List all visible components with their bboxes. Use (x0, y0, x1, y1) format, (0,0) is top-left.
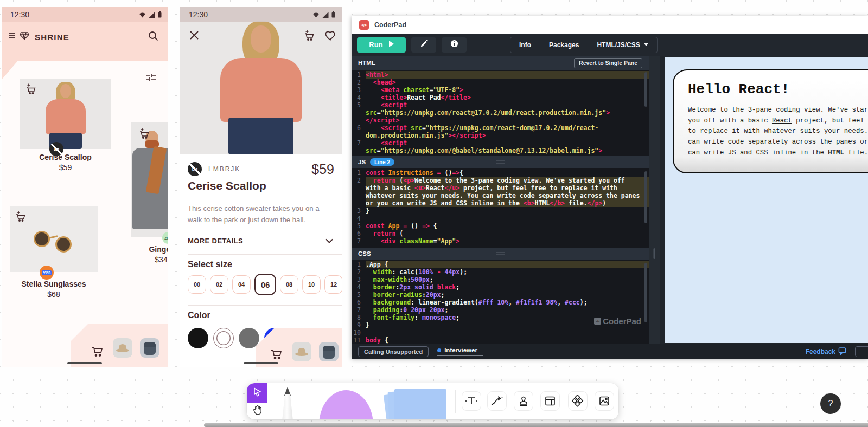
cart-icon[interactable] (91, 345, 104, 360)
connector-tool-button[interactable] (487, 391, 507, 411)
scrollbar-thumb[interactable] (644, 171, 647, 223)
revert-single-pane-button[interactable]: Revert to Single Pane (574, 58, 642, 68)
cursor-icon (253, 387, 261, 399)
product-grid: LM Cerise Scallop $59 ZGU Ginger $34 (2, 61, 168, 367)
product-name: Ginger (131, 245, 168, 254)
select-size-label: Select size (188, 260, 232, 269)
horizontal-scrollbar[interactable] (204, 423, 868, 427)
brand-row: LM LMBRJK $59 (188, 161, 334, 177)
size-chip-08[interactable]: 08 (280, 275, 298, 294)
phone-screenshot-shrine-list: 12:30 SHRINE (2, 7, 168, 367)
size-chip-10[interactable]: 10 (302, 275, 321, 294)
hand-tool[interactable] (247, 403, 267, 419)
js-code-editor[interactable]: 1const Instructions = ()=>{2 return (<p>… (352, 168, 649, 248)
favorite-heart-icon[interactable] (324, 29, 336, 43)
html-code-editor[interactable]: 1<html>2 <head>3 <meta charset="UTF-8">4… (352, 70, 649, 156)
info-circle-button[interactable] (442, 37, 467, 53)
add-to-cart-icon[interactable] (138, 127, 151, 142)
filter-tune-icon[interactable] (145, 73, 156, 85)
stamp-tool-button[interactable] (514, 391, 533, 411)
product-name: Stella Sunglasses (10, 280, 98, 288)
shapes-tool-button[interactable] (568, 391, 588, 411)
cart-icon[interactable] (270, 347, 283, 363)
sticky-note-tool[interactable] (385, 389, 446, 419)
run-button[interactable]: Run (357, 37, 406, 53)
menu-icon[interactable] (9, 32, 18, 42)
tab-info[interactable]: Info (510, 37, 540, 53)
coderpad-app-name: CoderPad (374, 21, 406, 29)
pane-drag-handle[interactable] (496, 161, 505, 164)
coderpad-window: </> CoderPad Run Info Packages HTML/JS/C… (352, 16, 868, 359)
edit-pencil-button[interactable] (411, 37, 436, 53)
product-image-stella-sunglasses[interactable] (10, 206, 98, 272)
preview-paragraph: Welcome to the 3-pane coding view. We've… (688, 105, 868, 158)
search-icon[interactable] (148, 31, 158, 43)
tab-packages[interactable]: Packages (540, 37, 588, 53)
collab-badge: Y23 (40, 266, 54, 280)
cart-item-backpack[interactable] (319, 342, 339, 361)
size-chip-06[interactable]: 06 (254, 274, 276, 295)
color-swatch-0[interactable] (188, 328, 208, 348)
cart-item-hat[interactable] (292, 342, 311, 361)
home-indicator (67, 362, 102, 364)
interviewer-tab[interactable]: Interviewer (437, 347, 483, 356)
add-to-cart-icon[interactable] (14, 210, 27, 225)
close-icon[interactable] (189, 30, 200, 43)
shape-blob-tool[interactable] (319, 390, 373, 419)
add-to-cart-icon[interactable] (303, 29, 316, 44)
size-chip-12[interactable]: 12 (324, 275, 342, 294)
section-tool-button[interactable] (540, 391, 560, 411)
phone-screenshot-shrine-detail: 12:30 LM LMBRJK $59 Cerise Scallop This … (180, 7, 342, 367)
caret-down-icon (644, 43, 648, 46)
wifi-icon (312, 12, 320, 18)
feedback-link[interactable]: Feedback (806, 347, 846, 357)
coderpad-title-bar: </> CoderPad (352, 16, 868, 34)
preview-app-card: Hello React! Welcome to the 3-pane codin… (673, 69, 868, 173)
pane-label-js: JS (358, 159, 366, 165)
product-hero-image (180, 7, 342, 154)
calling-unsupported-button[interactable]: Calling Unsupported (358, 346, 429, 357)
pencil-icon (420, 40, 428, 50)
select-tool[interactable] (247, 383, 267, 403)
text-tool-button[interactable] (462, 391, 481, 411)
chat-button-partial[interactable] (855, 346, 868, 357)
detail-price: $59 (311, 161, 334, 177)
cart-item-backpack[interactable] (140, 338, 159, 358)
css-code-editor[interactable]: 1.App {2 width: calc(100% - 44px);3 max-… (352, 260, 649, 344)
hand-icon (253, 405, 262, 417)
product-price: $59 (20, 163, 111, 172)
tab-language-mode[interactable]: HTML/JS/CSS (588, 37, 656, 53)
add-to-cart-icon[interactable] (24, 82, 37, 98)
color-label: Color (188, 310, 210, 320)
scrollbar-thumb[interactable] (644, 263, 647, 322)
battery-icon (158, 11, 162, 18)
js-pane-header: JS Line 2 (352, 156, 649, 168)
cart-item-hat[interactable] (113, 338, 132, 358)
marker-tool[interactable] (278, 387, 297, 419)
cart-bottom-sheet[interactable] (71, 324, 168, 367)
more-details-row[interactable]: MORE DETAILS (188, 237, 333, 245)
color-swatch-1[interactable] (213, 328, 234, 348)
size-chip-04[interactable]: 04 (232, 275, 251, 294)
more-details-label: MORE DETAILS (188, 237, 243, 245)
product-price: $68 (10, 290, 98, 299)
size-chip-00[interactable]: 00 (188, 275, 206, 294)
play-icon (388, 41, 394, 49)
editor-column: HTML Revert to Single Pane 1<html>2 <hea… (352, 56, 649, 344)
image-tool-button[interactable] (595, 391, 614, 411)
product-image-ginger[interactable] (131, 122, 168, 237)
help-button[interactable]: ? (820, 393, 841, 414)
product-image-cerise-scallop[interactable] (20, 79, 111, 149)
css-pane-header: CSS (352, 248, 649, 260)
pane-resizer[interactable] (649, 56, 660, 344)
battery-icon (331, 11, 335, 18)
pane-drag-handle[interactable] (496, 253, 505, 255)
scrollbar-thumb[interactable] (644, 72, 647, 107)
size-chip-02[interactable]: 02 (210, 275, 228, 294)
presence-dot (437, 348, 441, 352)
app-title: SHRINE (35, 33, 69, 42)
coderpad-status-bar: Calling Unsupported Interviewer Feedback (352, 344, 868, 359)
signal-icon (322, 12, 329, 18)
color-swatch-2[interactable] (239, 328, 259, 348)
whiteboard-canvas[interactable]: 12:30 SHRINE (0, 0, 868, 427)
